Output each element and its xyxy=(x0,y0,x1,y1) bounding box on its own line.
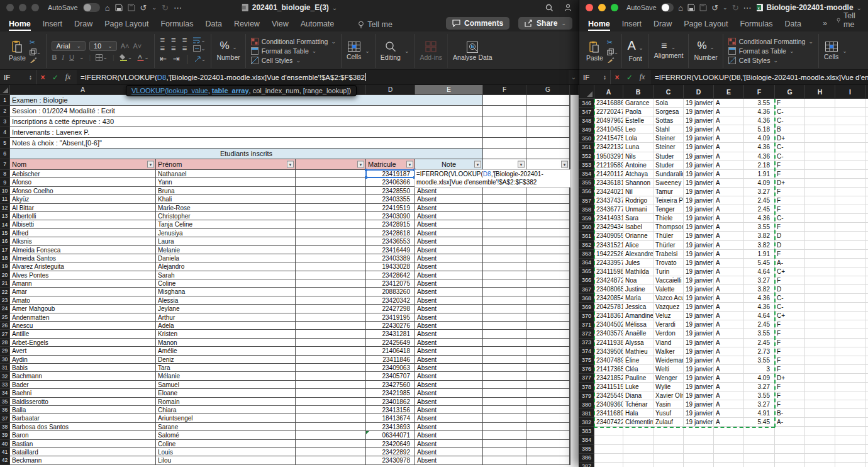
cell-nom[interactable]: Weideman xyxy=(654,356,684,365)
cell[interactable] xyxy=(526,106,570,116)
font-button[interactable]: A ⌄ Font xyxy=(627,40,643,62)
cell-note[interactable]: 3.55 xyxy=(744,223,775,232)
cell[interactable] xyxy=(526,116,570,127)
cell-col-j[interactable] xyxy=(865,339,868,347)
tab-view[interactable]: View xyxy=(272,20,289,30)
cell-col-f[interactable] xyxy=(483,389,526,397)
more-toolbar-icon[interactable]: ⋯ xyxy=(174,4,182,12)
cell-prenom[interactable]: Cléa xyxy=(623,365,654,374)
cell-b[interactable] xyxy=(623,454,654,463)
cell-col-g[interactable] xyxy=(526,246,570,254)
cell-matricule[interactable]: 23439508 xyxy=(594,347,623,356)
cell-col-i[interactable] xyxy=(835,241,865,250)
cell-col-f[interactable] xyxy=(483,220,526,228)
cell-grade[interactable]: B- xyxy=(775,409,805,418)
cell-note[interactable]: Absent xyxy=(415,313,483,322)
cell-col-j[interactable] xyxy=(865,312,868,320)
cell-h[interactable] xyxy=(805,427,835,436)
cell-col-g[interactable] xyxy=(526,448,570,456)
cell-col-i[interactable] xyxy=(835,391,865,400)
cell-group[interactable]: A xyxy=(714,232,744,240)
cell-date[interactable]: 19 janvier 2 xyxy=(684,418,714,427)
cell-col-f[interactable] xyxy=(483,356,526,364)
cell-prenom[interactable]: Jules xyxy=(623,259,654,267)
cell-matricule[interactable]: 21219589 xyxy=(594,161,623,170)
cell-col-f[interactable] xyxy=(483,288,526,296)
cell-c[interactable] xyxy=(654,436,684,445)
tab-draw[interactable]: Draw xyxy=(654,20,672,30)
cell-matricule[interactable]: 23416886 xyxy=(594,99,623,108)
cell-prenom[interactable]: Tchénar xyxy=(623,400,654,409)
cell-col-i[interactable] xyxy=(835,250,865,259)
cell-nom[interactable]: Thompson xyxy=(654,223,684,232)
cell-col-j[interactable] xyxy=(865,356,868,365)
cell-prenom[interactable]: Noa xyxy=(623,276,654,285)
cell-note[interactable]: Absent xyxy=(415,246,483,254)
cell-nom[interactable]: Sottas xyxy=(654,116,684,125)
row-header-35[interactable]: 35 xyxy=(0,398,10,406)
cell-prenom[interactable]: Tara xyxy=(156,364,296,372)
cell-prenom[interactable]: Mélissa xyxy=(623,320,654,329)
cell-col-f[interactable] xyxy=(483,456,526,464)
cell-e[interactable] xyxy=(714,436,744,445)
format-as-table-button[interactable]: Format as Table⌄ xyxy=(251,47,336,55)
cell-date[interactable]: 19 janvier 2 xyxy=(684,320,714,329)
cell-col-g[interactable] xyxy=(526,254,570,262)
cell-nom[interactable]: Almeida Fonseca xyxy=(10,246,156,254)
cell-col-j[interactable] xyxy=(865,250,868,259)
cell-matricule[interactable]: 19503291 xyxy=(594,152,623,161)
cell-group[interactable]: A xyxy=(714,329,744,338)
cell-a[interactable] xyxy=(594,454,623,463)
cell-col-j[interactable] xyxy=(865,188,868,196)
conditional-formatting-button[interactable]: Conditional Formatting⌄ xyxy=(728,38,813,45)
cell-grade[interactable]: F xyxy=(775,161,805,170)
cell-note[interactable]: Absent xyxy=(415,423,483,431)
cell-prenom[interactable]: Tanja Celine xyxy=(156,220,296,228)
cell-note[interactable]: 4.64 xyxy=(744,267,775,276)
cell-prenom[interactable]: Antoine xyxy=(623,161,654,170)
cell-note[interactable]: 2.45 xyxy=(744,196,775,205)
cell-d[interactable] xyxy=(684,445,714,454)
cell-prenom[interactable]: Sarane xyxy=(156,423,296,431)
row-header-380[interactable]: 380 xyxy=(579,400,594,409)
cell-note[interactable]: 3 xyxy=(744,365,775,374)
cell-note[interactable]: Absent xyxy=(415,220,483,228)
cell-prenom[interactable]: Chiara xyxy=(156,406,296,414)
cell-date[interactable]: 19 janvier 2 xyxy=(684,125,714,134)
cell-group[interactable]: A xyxy=(714,223,744,232)
cell-nom[interactable]: Babis xyxy=(10,364,156,372)
cell-note[interactable]: 3.55 xyxy=(744,329,775,338)
cell-col-j[interactable] xyxy=(865,409,868,418)
cell-col-f[interactable] xyxy=(483,372,526,380)
cell-j[interactable] xyxy=(865,454,868,463)
formula-edit-overlay[interactable]: =IFERROR(VLOOKUP(D8,'[Biologie-202401-mo… xyxy=(415,170,570,187)
cell-col-f[interactable] xyxy=(483,296,526,305)
cell-col-i[interactable] xyxy=(835,356,865,365)
cell-matricule[interactable]: 23411846 xyxy=(366,356,415,364)
cell-col-g[interactable] xyxy=(526,305,570,313)
save-as-icon[interactable] xyxy=(699,4,707,11)
shrink-font-button[interactable]: A˅ xyxy=(133,42,142,50)
cell-f[interactable] xyxy=(744,445,775,454)
row-header-2[interactable]: 2 xyxy=(0,106,10,116)
maximize-icon[interactable] xyxy=(31,4,39,11)
merged-info-cell[interactable]: Etudiants inscrits xyxy=(10,149,483,159)
column-header-B[interactable]: B xyxy=(623,85,654,99)
cell-col-f[interactable] xyxy=(483,431,526,439)
cell-nom[interactable]: Verardi xyxy=(654,320,684,329)
cell-matricule[interactable]: 23413693 xyxy=(366,423,415,431)
cell-nom[interactable]: Turin xyxy=(654,267,684,276)
align-top-button[interactable]: ≡ xyxy=(160,37,165,43)
cell-nom[interactable]: Steiner xyxy=(654,143,684,152)
left-traffic-lights[interactable] xyxy=(6,4,39,11)
tell-me[interactable]: Tell me xyxy=(837,11,859,29)
cell-grade[interactable]: C- xyxy=(775,116,805,125)
cell-col-c[interactable] xyxy=(296,313,366,322)
cell-grade[interactable]: B xyxy=(775,125,805,134)
cell-note[interactable]: Absent xyxy=(415,229,483,237)
cell-col-j[interactable] xyxy=(865,374,868,383)
cell-note[interactable]: 4.91 xyxy=(744,409,775,418)
cell-matricule[interactable]: 23422892 xyxy=(366,448,415,456)
cell-matricule[interactable]: 22430276 xyxy=(366,322,415,330)
cell-nom[interactable]: Baron xyxy=(10,431,156,439)
